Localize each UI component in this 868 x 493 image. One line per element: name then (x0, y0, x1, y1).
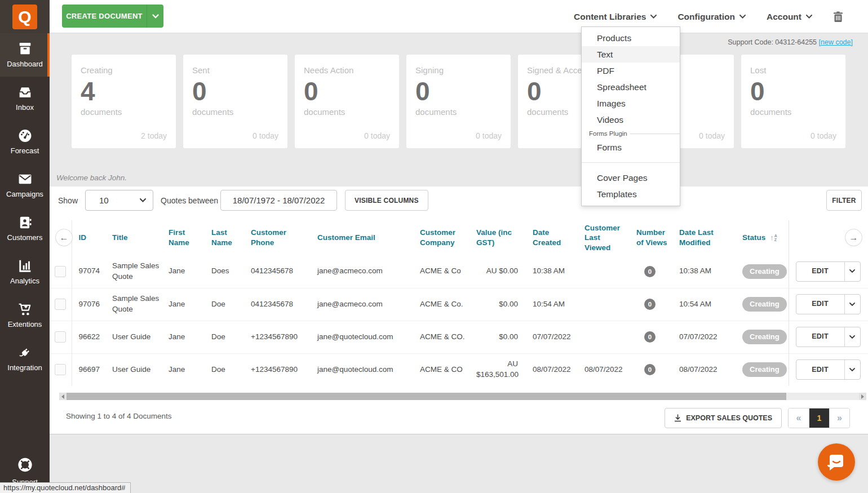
scrollbar-thumb[interactable] (67, 393, 786, 400)
nav-account[interactable]: Account (767, 12, 812, 22)
stat-card-sent[interactable]: Sent 0 documents 0 today (183, 55, 287, 148)
create-document-button[interactable]: CREATE DOCUMENT (62, 5, 163, 28)
edit-button[interactable]: EDIT (796, 294, 861, 314)
stat-card-lost[interactable]: Lost 0 documents 0 today (741, 55, 845, 148)
pagination-next-button[interactable]: » (829, 408, 849, 428)
menu-item-products[interactable]: Products (582, 30, 680, 46)
table-row[interactable]: 97074 Sample Sales Quote Jane Does 04123… (50, 255, 868, 288)
table-row[interactable]: 96697 User Guide Jane Doe +1234567890 ja… (50, 353, 868, 386)
trash-button[interactable] (833, 11, 843, 23)
cell-last-name: Doe (205, 288, 244, 321)
sidebar-item-integration[interactable]: Integration (0, 337, 50, 380)
col-header-status[interactable]: Status↑AZ (736, 220, 789, 255)
col-header-customer-email[interactable]: Customer Email (311, 220, 413, 255)
cell-value: AU $163,501.00 (470, 353, 526, 386)
sidebar-item-label: Inbox (16, 103, 34, 112)
sort-az-icon[interactable]: ↑AZ (770, 233, 777, 243)
menu-item-cover-pages[interactable]: Cover Pages (582, 170, 680, 186)
sidebar-item-inbox[interactable]: Inbox (0, 77, 50, 120)
col-header-customer-phone[interactable]: Customer Phone (244, 220, 311, 255)
row-checkbox[interactable] (55, 364, 66, 375)
new-code-link[interactable]: [new code] (819, 38, 853, 46)
visible-columns-button[interactable]: VISIBLE COLUMNS (345, 190, 428, 211)
col-header-id[interactable]: ID (72, 220, 105, 255)
sidebar-item-customers[interactable]: Customers (0, 207, 50, 250)
cell-last-viewed (578, 255, 630, 288)
cell-id: 96622 (72, 321, 105, 353)
views-badge: 0 (644, 299, 656, 310)
col-header-last-name[interactable]: Last Name (205, 220, 244, 255)
menu-item-images[interactable]: Images (582, 95, 680, 112)
chevron-down-icon[interactable] (844, 262, 860, 281)
filter-button[interactable]: FILTER (826, 190, 862, 211)
col-header-date-last-modified[interactable]: Date Last Modified (672, 220, 736, 255)
row-checkbox[interactable] (55, 331, 66, 343)
col-header-number-of-views[interactable]: Number of Views (630, 220, 672, 255)
cell-last-viewed: 08/07/2022 (578, 353, 630, 386)
sidebar-item-analytics[interactable]: Analytics (0, 250, 50, 294)
cell-title: User Guide (105, 353, 162, 386)
col-header-date-created[interactable]: Date Created (526, 220, 578, 255)
scroll-right-button[interactable]: → (845, 229, 862, 246)
documents-panel: Show 10 Quotes between VISIBLE COLUMNS F… (50, 186, 868, 434)
stat-card-creating[interactable]: Creating 4 documents 2 today (72, 55, 176, 148)
browser-status-url: https://my.quotecloud.net/dashboard# (0, 482, 131, 493)
table-row[interactable]: 96622 User Guide Jane Doe +1234567890 ja… (50, 321, 868, 353)
pagination-current-page[interactable]: 1 (809, 408, 829, 428)
col-header-value[interactable]: Value (inc GST) (470, 220, 526, 255)
card-count: 0 (750, 77, 836, 106)
card-today: 0 today (476, 131, 502, 140)
row-checkbox[interactable] (55, 266, 66, 277)
pagination-prev-button[interactable]: « (789, 408, 809, 428)
nav-configuration[interactable]: Configuration (677, 12, 746, 22)
scroll-left-button[interactable]: ← (55, 229, 73, 246)
edit-button[interactable]: EDIT (796, 327, 861, 347)
menu-item-templates[interactable]: Templates (582, 186, 680, 202)
chevron-down-icon[interactable] (844, 360, 860, 379)
cell-email: jane@acmeco.com (311, 255, 413, 288)
date-range-input[interactable] (220, 190, 337, 211)
card-label: Needs Action (304, 65, 390, 75)
export-sales-quotes-button[interactable]: EXPORT SALES QUOTES (665, 408, 782, 428)
table-controls: Show 10 Quotes between VISIBLE COLUMNS (58, 190, 428, 211)
chat-widget-button[interactable] (818, 443, 855, 481)
col-header-first-name[interactable]: First Name (162, 220, 205, 255)
chevron-down-icon[interactable] (147, 5, 163, 28)
sidebar-item-campaigns[interactable]: Campaigns (0, 163, 50, 207)
cell-company: ACME & Co. (413, 288, 470, 321)
edit-button[interactable]: EDIT (796, 261, 861, 282)
scrollbar-left-arrow[interactable] (59, 393, 67, 400)
table-row[interactable]: 97076 Sample Sales Quote Jane Doe 041234… (50, 288, 868, 321)
menu-item-videos[interactable]: Videos (582, 112, 680, 128)
menu-item-text[interactable]: Text (582, 46, 680, 63)
stat-card-needs-action[interactable]: Needs Action 0 documents 0 today (295, 55, 399, 148)
sidebar-item-forecast[interactable]: Forecast (0, 120, 50, 163)
page-size-select[interactable]: 10 (85, 190, 153, 211)
life-ring-icon (17, 458, 33, 474)
sidebar-item-extentions[interactable]: Extentions (0, 294, 50, 337)
gauge-icon (17, 129, 33, 143)
edit-button[interactable]: EDIT (796, 359, 861, 380)
sidebar-item-dashboard[interactable]: Dashboard (0, 33, 50, 77)
nav-content-libraries[interactable]: Content Libraries (574, 12, 657, 22)
col-header-customer-last-viewed[interactable]: Customer Last Viewed (578, 220, 630, 255)
status-badge: Creating (742, 362, 787, 377)
menu-item-spreadsheet[interactable]: Spreadsheet (582, 79, 680, 95)
scrollbar-right-arrow[interactable] (859, 393, 866, 400)
edit-button-label: EDIT (796, 295, 844, 314)
col-header-title[interactable]: Title (105, 220, 162, 255)
menu-item-forms[interactable]: Forms (582, 139, 680, 156)
card-label: Signing (415, 65, 502, 75)
download-icon (674, 414, 681, 422)
chevron-down-icon[interactable] (844, 295, 860, 314)
horizontal-scrollbar[interactable] (59, 393, 866, 400)
col-header-customer-company[interactable]: Customer Company (413, 220, 470, 255)
app-logo[interactable]: Q (0, 0, 50, 33)
menu-item-pdf[interactable]: PDF (582, 63, 680, 79)
cell-id: 97074 (72, 255, 105, 288)
cell-last-viewed (578, 288, 630, 321)
documents-table: ← → ID Title First Name Last Name Custom… (50, 220, 868, 386)
chevron-down-icon[interactable] (844, 327, 860, 347)
row-checkbox[interactable] (55, 299, 66, 310)
stat-card-signing[interactable]: Signing 0 documents 0 today (406, 55, 511, 148)
